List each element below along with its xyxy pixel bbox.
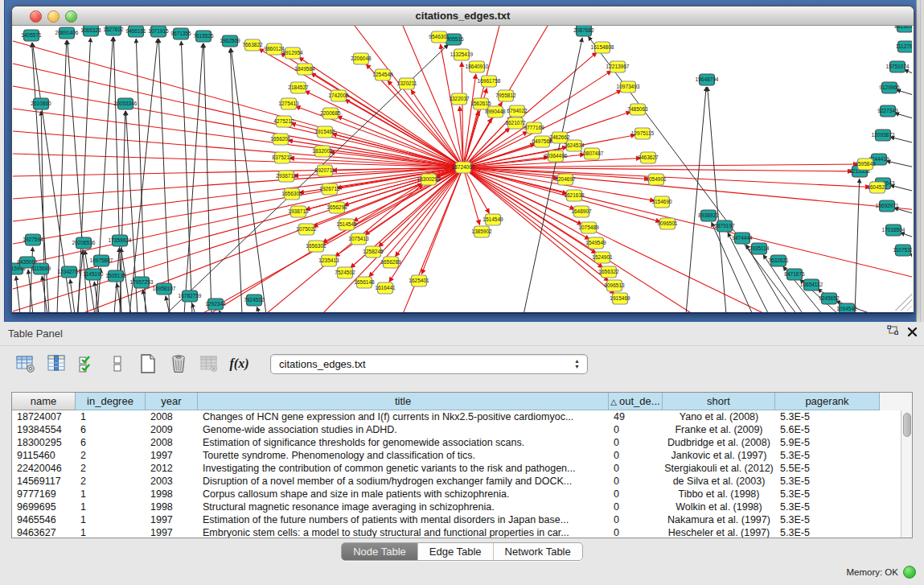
table-row[interactable]: 946554611997Estimation of the future num… <box>12 513 912 526</box>
table-row[interactable]: 1456911722003Disruption of a novel membe… <box>12 475 912 488</box>
citation-edge-selected[interactable] <box>463 167 692 312</box>
select-column-icon[interactable] <box>45 353 67 375</box>
graph-node-label: 1320211 <box>397 80 417 86</box>
tab-network-table[interactable]: Network Table <box>494 543 582 560</box>
citation-edge[interactable] <box>897 90 912 97</box>
graph-node-label: 9154690 <box>651 199 672 204</box>
citation-edge-selected[interactable] <box>345 99 463 167</box>
column-header-pagerank[interactable]: pagerank <box>775 393 880 410</box>
table-row[interactable]: 946362711997Embryonic stem cells: a mode… <box>12 526 912 538</box>
table-vertical-scrollbar[interactable] <box>901 410 912 538</box>
graph-node-label: 1926713 <box>319 186 340 192</box>
select-all-rows-icon[interactable] <box>76 353 97 375</box>
clear-selection-icon[interactable] <box>106 353 128 375</box>
citation-edge[interactable] <box>129 39 158 312</box>
citation-edge[interactable] <box>158 39 170 312</box>
table-toolbar: f(x) citations_edges.txt ▲▼ <box>0 346 924 381</box>
table-mode-tabs: Node TableEdge TableNetwork Table <box>341 542 583 561</box>
new-table-icon[interactable] <box>137 353 158 375</box>
citation-network-graph[interactable]: 1872400718300295140557120891406106532815… <box>12 26 912 312</box>
citation-edge-selected[interactable] <box>13 109 463 167</box>
citation-edge[interactable] <box>686 87 706 312</box>
citation-edge[interactable] <box>257 307 260 312</box>
citation-edge[interactable] <box>219 311 221 312</box>
table-row[interactable]: 1872400712008Changes of HCN gene express… <box>12 410 912 423</box>
graph-node-label: 7955812 <box>495 93 516 98</box>
citation-edge-selected[interactable] <box>13 86 463 167</box>
cell-in_degree: 1 <box>76 488 146 501</box>
column-header-name[interactable]: name <box>12 393 76 410</box>
graph-node-label: 9245652 <box>819 295 840 301</box>
network-window-titlebar[interactable]: citations_edges.txt <box>12 6 914 26</box>
graph-node-label: 1385902 <box>471 229 492 234</box>
function-builder-icon[interactable]: f(x) <box>228 353 250 375</box>
network-canvas[interactable]: 1872400718300295140557120891406106532815… <box>12 26 914 312</box>
graph-node-label: 1656301 <box>306 243 326 249</box>
table-row[interactable]: 977716911998Corpus callosum shape and si… <box>12 488 912 501</box>
cell-out_de: 0 <box>609 501 663 513</box>
citation-edge[interactable] <box>890 137 912 144</box>
delete-rows-trash-icon[interactable] <box>167 353 189 375</box>
table-row[interactable]: 911546021997Tourette syndrome. Phenomeno… <box>12 449 912 462</box>
column-header-short[interactable]: short <box>663 393 775 410</box>
close-panel-icon[interactable] <box>907 326 918 340</box>
memory-ok-indicator[interactable] <box>903 566 916 579</box>
citation-edge[interactable] <box>524 38 582 312</box>
cell-name: 9115460 <box>12 449 76 462</box>
table-row[interactable]: 1938455462009Genome-wide association stu… <box>12 423 912 436</box>
citation-edge[interactable] <box>890 185 912 192</box>
cell-out_de: 0 <box>609 513 663 526</box>
citation-edge[interactable] <box>181 41 192 312</box>
table-row[interactable]: 2242004622012Investigating the contribut… <box>12 462 912 475</box>
graph-node-label: 1962509 <box>220 38 240 43</box>
citation-edge-selected[interactable] <box>403 167 463 312</box>
citation-edge[interactable] <box>16 276 20 312</box>
tab-node-table[interactable]: Node Table <box>342 543 418 560</box>
cell-name: 9699695 <box>12 501 76 513</box>
graph-node-label: 12975115 <box>631 130 655 136</box>
graph-node-label: 3624534 <box>564 142 585 148</box>
citation-edge[interactable] <box>77 250 83 312</box>
tab-edge-table[interactable]: Edge Table <box>418 543 494 560</box>
graph-node-label: 1112765 <box>896 43 912 49</box>
memory-status-label: Memory: OK <box>846 567 898 577</box>
table-row[interactable]: 969969511998Structural magnetic resonanc… <box>12 501 912 513</box>
column-header-in_degree[interactable]: in_degree <box>76 393 146 410</box>
graph-node-label: 1595849 <box>855 161 876 167</box>
citation-edge-selected[interactable] <box>463 167 490 213</box>
citation-edge[interactable] <box>855 179 860 312</box>
graph-node-label: 10654112 <box>800 282 823 287</box>
column-header-year[interactable]: year <box>146 393 198 410</box>
cell-in_degree: 2 <box>76 449 146 462</box>
graph-node-label: 1656289 <box>380 259 401 265</box>
table-selector-value: citations_edges.txt <box>279 355 366 373</box>
citation-edge[interactable] <box>900 233 912 239</box>
column-header-out_de[interactable]: △out_de... <box>609 393 663 410</box>
scrollbar-thumb[interactable] <box>903 413 911 437</box>
column-header-title[interactable]: title <box>198 393 609 410</box>
graph-node-label: 7663822 <box>242 42 263 47</box>
graph-node-label: 16154808 <box>591 44 614 50</box>
float-window-icon[interactable] <box>886 325 899 340</box>
table-selector-dropdown[interactable]: citations_edges.txt ▲▼ <box>270 354 588 374</box>
graph-node-label: 17016504 <box>882 227 906 233</box>
graph-node-label: 1621638 <box>564 192 585 198</box>
graph-node-label: 1656298 <box>326 204 347 210</box>
citation-edge[interactable] <box>886 161 912 168</box>
table-settings-icon[interactable] <box>14 353 36 375</box>
citation-edge-selected[interactable] <box>463 74 476 167</box>
citation-edge[interactable] <box>895 113 912 120</box>
citation-edge[interactable] <box>588 36 797 312</box>
cell-pagerank: 5.9E-5 <box>775 436 880 449</box>
cell-title: Genome-wide association studies in ADHD. <box>198 423 609 436</box>
table-row[interactable]: 1830029562008Estimation of significance … <box>12 436 912 449</box>
citation-edge-selected[interactable] <box>463 167 912 210</box>
graph-node-label: 4275212 <box>273 118 294 124</box>
citation-edge-selected[interactable] <box>441 44 463 167</box>
citation-edge-selected[interactable] <box>463 167 912 278</box>
citation-edge-selected[interactable] <box>13 131 463 167</box>
citation-edge-selected[interactable] <box>81 167 463 312</box>
citation-edge-selected[interactable] <box>13 154 463 167</box>
cell-pagerank: 5.3E-5 <box>775 501 880 513</box>
graph-node-label: 2206048 <box>351 56 372 61</box>
